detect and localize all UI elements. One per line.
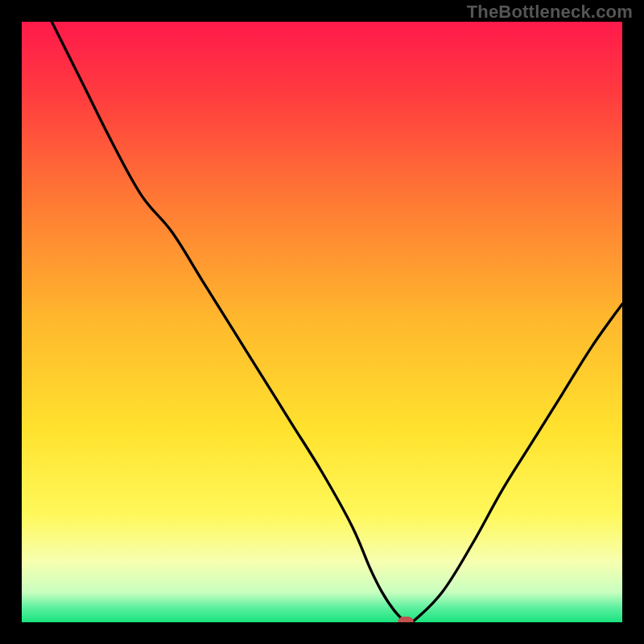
plot-area	[22, 22, 622, 622]
attribution-label: TheBottleneck.com	[467, 2, 633, 23]
chart-frame: TheBottleneck.com	[0, 0, 644, 644]
curve-path	[52, 22, 622, 622]
bottleneck-curve	[22, 22, 622, 622]
optimal-marker	[398, 617, 414, 622]
